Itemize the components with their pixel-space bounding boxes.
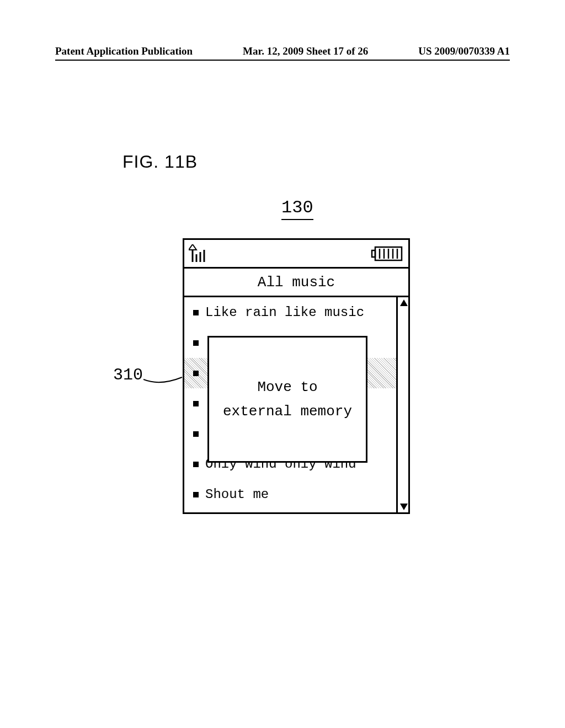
scrollbar[interactable] <box>396 297 408 512</box>
scroll-down-icon[interactable] <box>399 501 409 511</box>
leader-line-310 <box>143 375 185 385</box>
page-header: Patent Application Publication Mar. 12, … <box>0 45 565 57</box>
header-right: US 2009/0070339 A1 <box>418 45 510 57</box>
list-title-text: All music <box>258 274 335 291</box>
popup-line-2: external memory <box>223 399 352 424</box>
bullet-icon <box>193 371 199 376</box>
device-screen: All music Like rain like music <box>183 238 410 514</box>
reference-numeral-310: 310 <box>113 366 143 384</box>
battery-icon <box>371 245 404 262</box>
context-popup[interactable]: Move to external memory <box>207 336 367 463</box>
list-item-label: Like rain like music <box>205 305 364 320</box>
bullet-icon <box>193 492 199 497</box>
status-bar <box>184 240 408 269</box>
list-rows: Like rain like music Only wind only wind <box>184 297 396 512</box>
reference-numeral-130: 130 <box>281 197 313 220</box>
svg-rect-5 <box>372 250 375 257</box>
bullet-icon <box>193 310 199 315</box>
list-title: All music <box>184 269 408 297</box>
bullet-icon <box>193 431 199 437</box>
list-item[interactable]: Like rain like music <box>184 297 396 328</box>
bullet-icon <box>193 462 199 467</box>
list-area: Like rain like music Only wind only wind <box>184 297 408 512</box>
scroll-up-icon[interactable] <box>399 298 409 308</box>
figure-label: FIG. 11B <box>122 152 198 172</box>
list-item-label: Shout me <box>205 487 269 502</box>
header-rule <box>55 60 510 61</box>
list-item[interactable]: Shout me <box>184 479 396 510</box>
header-left: Patent Application Publication <box>55 45 193 57</box>
signal-icon <box>189 244 213 263</box>
header-center: Mar. 12, 2009 Sheet 17 of 26 <box>243 45 368 57</box>
bullet-icon <box>193 340 199 346</box>
popup-line-1: Move to <box>257 375 317 399</box>
bullet-icon <box>193 401 199 406</box>
